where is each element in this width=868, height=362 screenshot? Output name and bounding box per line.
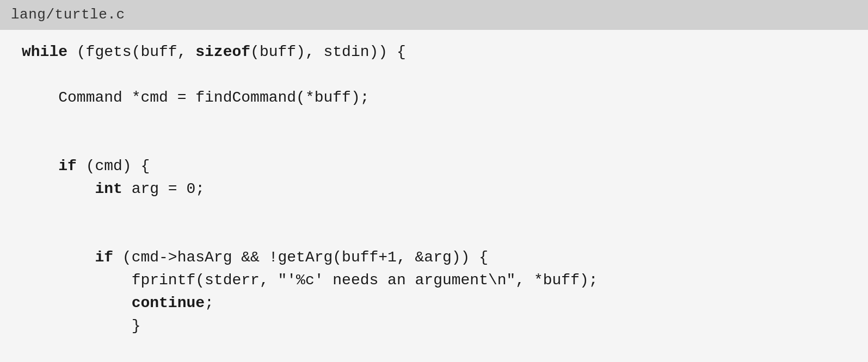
file-path: lang/turtle.c: [11, 7, 125, 23]
code-line: [22, 132, 846, 155]
keyword: while: [22, 43, 67, 60]
code-line: while (fgets(buff, sizeof(buff), stdin))…: [22, 41, 846, 64]
keyword: if: [58, 158, 77, 174]
code-line: [22, 201, 846, 223]
keyword: if: [95, 249, 113, 266]
code-line: }: [22, 315, 846, 338]
code-text: (buff), stdin)) {: [250, 43, 406, 60]
code-text: ;: [205, 295, 214, 311]
keyword: continue: [132, 295, 205, 311]
code-text: (fgets(buff,: [67, 43, 195, 60]
code-line: [22, 64, 846, 86]
code-text: fprintf(stderr, "'%c' needs an argument\…: [132, 272, 598, 289]
code-line: continue;: [22, 292, 846, 315]
file-header: lang/turtle.c: [0, 0, 868, 30]
code-line: fprintf(stderr, "'%c' needs an argument\…: [22, 269, 846, 292]
code-text: }: [132, 317, 141, 334]
keyword: sizeof: [195, 43, 250, 60]
code-container: while (fgets(buff, sizeof(buff), stdin))…: [0, 30, 868, 348]
code-text: Command *cmd = findCommand(*buff);: [58, 89, 369, 106]
code-text: arg = 0;: [122, 180, 205, 197]
code-line: if (cmd->hasArg && !getArg(buff+1, &arg)…: [22, 246, 846, 269]
code-text: (cmd->hasArg && !getArg(buff+1, &arg)) {: [113, 249, 488, 266]
code-line: [22, 223, 846, 246]
code-line: int arg = 0;: [22, 178, 846, 201]
code-line: Command *cmd = findCommand(*buff);: [22, 86, 846, 109]
code-text: (cmd) {: [77, 158, 150, 174]
code-line: if (cmd) {: [22, 155, 846, 178]
code-line: [22, 109, 846, 132]
keyword: int: [95, 180, 122, 197]
